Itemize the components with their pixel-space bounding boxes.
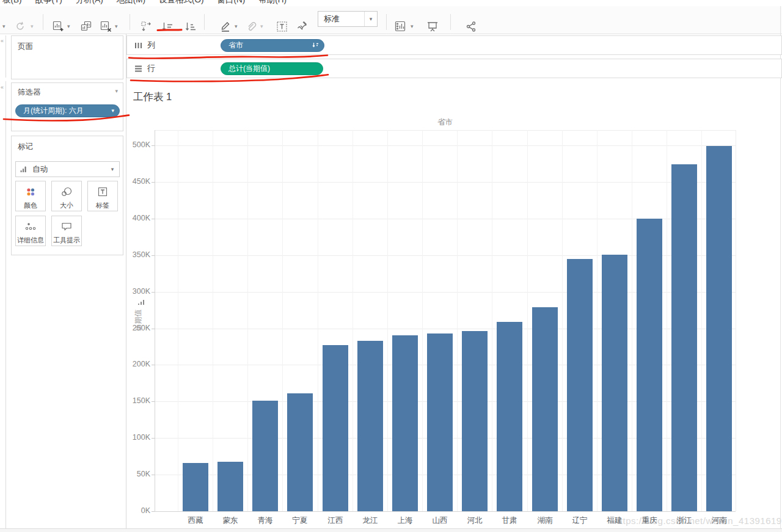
gridline (155, 145, 736, 146)
x-axis-label[interactable]: 上海 (387, 516, 423, 526)
category-boundary (457, 130, 458, 511)
x-axis-label[interactable]: 龙江 (352, 516, 389, 526)
category-boundary (422, 130, 423, 511)
x-axis-label[interactable]: 山西 (422, 516, 458, 526)
category-boundary (562, 130, 563, 511)
x-axis-label[interactable]: 福建 (596, 516, 633, 526)
x-axis-label[interactable]: 宁夏 (282, 516, 318, 526)
x-axis-label[interactable]: 青海 (247, 516, 283, 526)
tableau-window: 板(B)故事(T)分析(A)地图(M)设置格式(O)窗口(N)帮助(H) ▾ ▾… (0, 0, 782, 532)
pane-right-border (736, 130, 736, 511)
category-boundary (213, 130, 213, 511)
y-tick-label: 400K (125, 214, 150, 222)
x-axis-label[interactable]: 浙江 (666, 516, 703, 526)
category-boundary (282, 130, 283, 511)
pane-top-border (155, 130, 736, 131)
bar[interactable] (567, 259, 593, 511)
y-axis-line (155, 130, 155, 511)
y-tick-label: 200K (125, 360, 150, 368)
y-tick-label: 50K (125, 470, 150, 478)
bar[interactable] (357, 341, 383, 511)
bar[interactable] (287, 393, 313, 511)
x-axis-label[interactable]: 甘肃 (491, 516, 528, 526)
bar[interactable] (183, 463, 208, 511)
y-tick-label: 450K (125, 177, 150, 186)
bar-chart: 0K50K100K150K200K250K300K350K400K450K500… (0, 0, 782, 532)
x-axis-line (155, 511, 736, 512)
category-boundary (318, 130, 318, 511)
bar[interactable] (497, 322, 522, 511)
bar[interactable] (602, 255, 627, 511)
x-axis-label[interactable]: 西藏 (177, 516, 214, 526)
gridline (155, 182, 736, 183)
x-axis-label[interactable]: 湖南 (527, 516, 563, 526)
category-boundary (353, 130, 353, 511)
bar[interactable] (637, 219, 662, 511)
bar[interactable] (323, 345, 348, 511)
category-boundary (701, 130, 702, 511)
category-boundary (178, 130, 178, 511)
y-tick-label: 0K (125, 506, 150, 515)
bar[interactable] (427, 333, 453, 511)
category-boundary (667, 130, 667, 511)
x-axis-label[interactable]: 辽宁 (561, 516, 598, 526)
category-boundary (527, 130, 528, 511)
bottom-strip (0, 528, 782, 532)
x-axis-label[interactable]: 江西 (317, 516, 354, 526)
y-tick-label: 100K (125, 433, 150, 442)
category-boundary (492, 130, 492, 511)
category-boundary (387, 130, 388, 511)
category-boundary (597, 130, 597, 511)
bar[interactable] (706, 146, 732, 511)
bar[interactable] (217, 462, 243, 511)
y-tick-label: 500K (125, 140, 150, 149)
y-tick-label: 350K (125, 250, 150, 259)
bar[interactable] (462, 331, 488, 511)
x-axis-label[interactable]: 河北 (456, 516, 493, 526)
category-boundary (247, 130, 248, 511)
y-axis-title[interactable]: 当期值 (133, 302, 144, 339)
y-tick-label: 150K (125, 396, 150, 405)
x-axis-label[interactable]: 重庆 (631, 516, 668, 526)
bar[interactable] (532, 307, 558, 511)
x-axis-label[interactable]: 蒙东 (212, 516, 249, 526)
bar[interactable] (392, 335, 418, 511)
bar[interactable] (671, 164, 697, 511)
x-axis-label[interactable]: 河南 (701, 516, 737, 526)
y-tick-label: 300K (125, 287, 150, 296)
category-boundary (632, 130, 632, 511)
bar[interactable] (252, 401, 278, 511)
